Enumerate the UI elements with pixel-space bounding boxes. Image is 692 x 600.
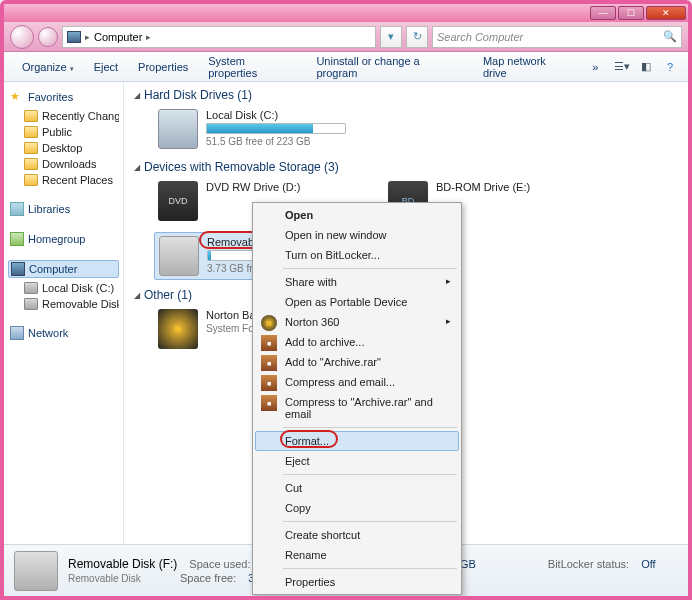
ctx-open[interactable]: Open [255,205,459,225]
computer-group[interactable]: Computer [8,260,119,278]
titlebar: — ☐ ✕ [4,4,688,22]
ctx-properties[interactable]: Properties [255,572,459,592]
uninstall-button[interactable]: Uninstall or change a program [306,55,473,79]
navigation-pane: ★Favorites Recently Changed Public Deskt… [4,82,124,544]
winrar-icon: ■ [261,375,277,391]
collapse-icon: ◢ [134,291,140,300]
search-input[interactable]: Search Computer 🔍 [432,26,682,48]
address-bar: ▸ Computer ▸ ▾ ↻ Search Computer 🔍 [4,22,688,52]
homegroup-group[interactable]: Homegroup [8,230,119,248]
winrar-icon: ■ [261,335,277,351]
ctx-compress-rar-email[interactable]: ■Compress to "Archive.rar" and email [255,392,459,424]
winrar-icon: ■ [261,355,277,371]
eject-button[interactable]: Eject [84,61,128,73]
ctx-portable[interactable]: Open as Portable Device [255,292,459,312]
maximize-button[interactable]: ☐ [618,6,644,20]
drive-icon [24,298,38,310]
dropdown-button[interactable]: ▾ [380,26,402,48]
computer-icon [67,31,81,43]
ctx-share[interactable]: Share with [255,272,459,292]
organize-menu[interactable]: Organize [12,61,84,73]
norton-icon: N [158,309,198,349]
computer-icon [11,262,25,276]
folder-icon [24,126,38,138]
homegroup-icon [10,232,24,246]
status-title: Removable Disk (F:) [68,557,177,571]
category-hdd[interactable]: ◢Hard Disk Drives (1) [134,88,678,102]
ctx-cut[interactable]: Cut [255,478,459,498]
ctx-copy[interactable]: Copy [255,498,459,518]
collapse-icon: ◢ [134,163,140,172]
ctx-rename[interactable]: Rename [255,545,459,565]
chevron-right-icon: ▸ [85,32,90,42]
ctx-add-rar[interactable]: ■Add to "Archive.rar" [255,352,459,372]
sidebar-item-recent-changed[interactable]: Recently Changed [8,108,119,124]
chevron-right-icon: ▸ [146,32,151,42]
drive-icon [24,282,38,294]
category-removable[interactable]: ◢Devices with Removable Storage (3) [134,160,678,174]
ctx-open-new[interactable]: Open in new window [255,225,459,245]
star-icon: ★ [10,90,24,104]
explorer-window: — ☐ ✕ ▸ Computer ▸ ▾ ↻ Search Computer 🔍… [0,0,692,600]
ctx-bitlocker[interactable]: Turn on BitLocker... [255,245,459,265]
properties-button[interactable]: Properties [128,61,198,73]
breadcrumb[interactable]: ▸ Computer ▸ [62,26,376,48]
usb-drive-icon [159,236,199,276]
sidebar-item-public[interactable]: Public [8,124,119,140]
status-type: Removable Disk [68,573,168,584]
libraries-group[interactable]: Libraries [8,200,119,218]
sidebar-item-desktop[interactable]: Desktop [8,140,119,156]
folder-icon [24,110,38,122]
capacity-bar [206,123,346,134]
map-drive-button[interactable]: Map network drive [473,55,582,79]
breadcrumb-location[interactable]: Computer [94,31,142,43]
system-properties-button[interactable]: System properties [198,55,306,79]
minimize-button[interactable]: — [590,6,616,20]
favorites-group[interactable]: ★Favorites [8,88,119,106]
winrar-icon: ■ [261,395,277,411]
ctx-shortcut[interactable]: Create shortcut [255,525,459,545]
command-bar: Organize Eject Properties System propert… [4,52,688,82]
ctx-add-archive[interactable]: ■Add to archive... [255,332,459,352]
ctx-eject[interactable]: Eject [255,451,459,471]
sidebar-item-recent-places[interactable]: Recent Places [8,172,119,188]
libraries-icon [10,202,24,216]
search-icon: 🔍 [663,30,677,43]
ctx-norton[interactable]: NNorton 360 [255,312,459,332]
ctx-format[interactable]: Format... [255,431,459,451]
ctx-compress-email[interactable]: ■Compress and email... [255,372,459,392]
close-button[interactable]: ✕ [646,6,686,20]
hdd-icon [158,109,198,149]
view-menu[interactable]: ☰▾ [612,58,632,76]
sidebar-item-local-disk[interactable]: Local Disk (C:) [8,280,119,296]
context-menu: Open Open in new window Turn on BitLocke… [252,202,462,595]
folder-icon [24,158,38,170]
folder-icon [24,174,38,186]
forward-button[interactable] [38,27,58,47]
preview-pane-button[interactable]: ◧ [636,58,656,76]
norton-icon: N [261,315,277,331]
help-button[interactable]: ? [660,58,680,76]
sidebar-item-downloads[interactable]: Downloads [8,156,119,172]
more-button[interactable]: » [582,61,608,73]
sidebar-item-removable[interactable]: Removable Disk (F:) [8,296,119,312]
drive-local-c[interactable]: Local Disk (C:) 51.5 GB free of 223 GB [154,106,354,152]
folder-icon [24,142,38,154]
collapse-icon: ◢ [134,91,140,100]
dvd-icon: DVD [158,181,198,221]
network-icon [10,326,24,340]
back-button[interactable] [10,25,34,49]
refresh-button[interactable]: ↻ [406,26,428,48]
usb-drive-icon [14,551,58,591]
network-group[interactable]: Network [8,324,119,342]
